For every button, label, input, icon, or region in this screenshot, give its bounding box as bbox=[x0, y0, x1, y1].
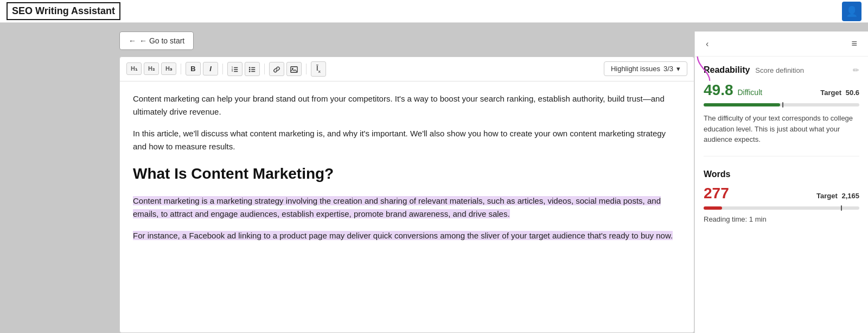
svg-point-11 bbox=[249, 71, 251, 72]
panel-menu-button[interactable]: ≡ bbox=[848, 37, 860, 51]
svg-point-9 bbox=[249, 67, 251, 68]
edit-icon[interactable]: ✏ bbox=[853, 66, 859, 74]
words-progress-fill bbox=[704, 206, 722, 210]
avatar[interactable]: 👤 bbox=[842, 2, 861, 21]
toolbar-right: Highlight issues 3/3 ▾ bbox=[604, 61, 687, 76]
score-left: 49.8 Difficult bbox=[704, 81, 762, 99]
avatar-icon: 👤 bbox=[846, 5, 858, 17]
svg-point-13 bbox=[292, 68, 293, 70]
readability-progress-bar bbox=[704, 103, 859, 106]
panel-header: ‹ ≡ bbox=[695, 32, 868, 56]
app-title: SEO Writing Assistant bbox=[7, 2, 120, 20]
paragraph-4: For instance, a Facebook ad linking to a… bbox=[133, 229, 681, 242]
main-area: ← ← Go to start H₁ H₂ H₃ B I bbox=[0, 23, 868, 333]
toolbar-separator-2 bbox=[222, 64, 223, 74]
right-panel: ‹ ≡ Readability Score definition ✏ bbox=[694, 32, 868, 333]
words-section: Words 277 Target 2,165 Reading time: 1 m… bbox=[704, 167, 859, 223]
panel-back-button[interactable]: ‹ bbox=[703, 38, 712, 50]
editor-container: ← ← Go to start H₁ H₂ H₃ B I bbox=[119, 32, 694, 333]
h1-button[interactable]: H₁ bbox=[126, 62, 142, 75]
toolbar-separator-1 bbox=[181, 64, 181, 74]
paragraph-1: Content marketing can help your brand st… bbox=[133, 92, 681, 118]
highlight-issues-count: 3/3 bbox=[663, 65, 673, 73]
ordered-list-button[interactable]: 1 2 3 bbox=[227, 62, 242, 76]
reading-time: Reading time: 1 min bbox=[704, 215, 859, 223]
editor-content[interactable]: Content marketing can help your brand st… bbox=[120, 81, 694, 332]
readability-score-value: 49.8 bbox=[704, 81, 733, 99]
link-button[interactable] bbox=[269, 62, 284, 76]
readability-title-row: Readability Score definition bbox=[704, 65, 804, 75]
readability-score-label: Difficult bbox=[738, 88, 763, 97]
words-title: Words bbox=[704, 169, 859, 179]
go-to-start-bar: ← ← Go to start bbox=[119, 32, 694, 56]
go-to-start-button[interactable]: ← ← Go to start bbox=[119, 32, 194, 50]
clear-format-icon: Īx bbox=[316, 64, 321, 72]
target-value: 50.6 bbox=[846, 89, 859, 97]
words-value: 277 bbox=[704, 185, 729, 202]
highlight-issues-label: Highlight issues bbox=[611, 65, 660, 73]
svg-point-10 bbox=[249, 68, 251, 70]
formatting-toolbar: H₁ H₂ H₃ B I 1 2 3 bbox=[120, 57, 694, 81]
link-icon bbox=[273, 66, 280, 73]
left-spacer bbox=[0, 32, 119, 333]
clear-format-button[interactable]: Īx bbox=[311, 61, 326, 77]
image-icon bbox=[290, 66, 298, 73]
words-progress-bar bbox=[704, 206, 859, 210]
highlighted-text-4: For instance, a Facebook ad linking to a… bbox=[133, 231, 673, 240]
score-definition-link[interactable]: Score definition bbox=[755, 66, 804, 74]
highlight-issues-button[interactable]: Highlight issues 3/3 ▾ bbox=[604, 61, 687, 76]
readability-section: Readability Score definition ✏ 49.8 bbox=[704, 65, 859, 156]
score-row: 49.8 Difficult Target 50.6 bbox=[704, 81, 859, 99]
target-label: Target bbox=[820, 89, 841, 97]
editor-box: H₁ H₂ H₃ B I 1 2 3 bbox=[119, 56, 694, 333]
readability-header: Readability Score definition ✏ bbox=[704, 65, 859, 75]
italic-button[interactable]: I bbox=[203, 62, 218, 76]
readability-title: Readability bbox=[704, 65, 750, 75]
paragraph-3: Content marketing is a marketing strateg… bbox=[133, 194, 681, 221]
toolbar-left: H₁ H₂ H₃ B I 1 2 3 bbox=[126, 61, 326, 77]
highlighted-text-3: Content marketing is a marketing strateg… bbox=[133, 196, 661, 218]
words-target-marker bbox=[841, 205, 842, 211]
unordered-list-icon bbox=[248, 66, 256, 73]
readability-description: The difficulty of your text corresponds … bbox=[704, 113, 859, 156]
highlight-dropdown-icon: ▾ bbox=[676, 65, 680, 73]
image-button[interactable] bbox=[286, 62, 302, 76]
words-target: Target 2,165 bbox=[816, 192, 859, 200]
toolbar-separator-3 bbox=[264, 64, 265, 74]
words-target-label: Target bbox=[816, 192, 838, 200]
words-row: 277 Target 2,165 bbox=[704, 185, 859, 202]
h3-button[interactable]: H₃ bbox=[161, 62, 176, 75]
toolbar-separator-4 bbox=[306, 64, 307, 74]
panel-content: Readability Score definition ✏ 49.8 bbox=[695, 56, 868, 333]
go-to-start-label: ← Go to start bbox=[139, 36, 184, 45]
paragraph-2: In this article, we'll discuss what cont… bbox=[133, 127, 681, 153]
words-target-value: 2,165 bbox=[841, 192, 859, 200]
back-arrow-icon: ← bbox=[129, 36, 136, 45]
score-target: Target 50.6 bbox=[820, 89, 859, 97]
readability-target-marker bbox=[782, 102, 783, 108]
svg-text:3: 3 bbox=[232, 70, 233, 72]
ordered-list-icon: 1 2 3 bbox=[231, 66, 239, 73]
heading-1: What Is Content Marketing? bbox=[133, 162, 681, 186]
header: SEO Writing Assistant 👤 bbox=[0, 0, 868, 23]
readability-progress-fill bbox=[704, 103, 780, 106]
unordered-list-button[interactable] bbox=[245, 62, 260, 76]
bold-button[interactable]: B bbox=[186, 62, 201, 76]
h2-button[interactable]: H₂ bbox=[144, 62, 159, 75]
